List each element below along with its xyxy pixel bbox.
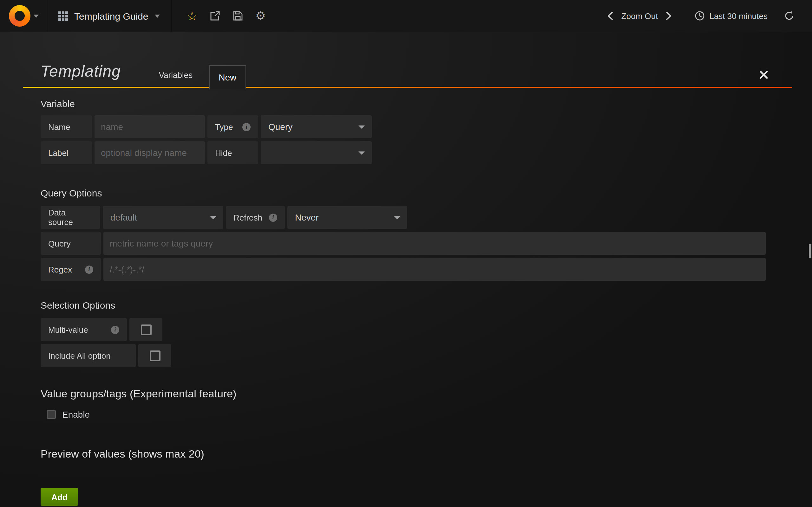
chevron-down-icon	[210, 216, 216, 219]
preview-heading: Preview of values (shows max 20)	[41, 448, 812, 461]
enable-tags-row: Enable	[41, 409, 812, 419]
save-icon	[233, 11, 243, 21]
value-groups-heading: Value groups/tags (Experimental feature)	[41, 388, 812, 400]
templating-editor-header: Templating Variables New	[23, 32, 792, 88]
multi-value-label: Multi-value i	[41, 318, 127, 341]
info-icon[interactable]: i	[242, 123, 251, 131]
page-title: Templating	[41, 62, 121, 80]
query-label: Query	[41, 232, 101, 255]
label-input[interactable]	[95, 141, 205, 164]
type-label-text: Type	[215, 122, 233, 131]
refresh-label: Refresh i	[226, 206, 285, 229]
top-navbar: Templating Guide ☆	[0, 0, 812, 32]
dashboard-grid-icon	[58, 11, 68, 20]
selection-options-heading: Selection Options	[41, 300, 812, 311]
share-dashboard-button[interactable]	[203, 0, 226, 32]
query-options-heading: Query Options	[41, 187, 812, 199]
variable-name-row: Name Type i Query	[41, 115, 812, 138]
chevron-down-icon	[358, 125, 365, 129]
regex-label: Regex i	[41, 258, 101, 281]
info-icon[interactable]: i	[111, 326, 119, 334]
type-select-value: Query	[268, 122, 293, 132]
refresh-dashboard-button[interactable]	[783, 11, 796, 21]
refresh-label-text: Refresh	[234, 213, 262, 222]
checkbox-unchecked-icon	[149, 350, 160, 361]
gear-icon: ⚙	[255, 10, 265, 21]
zoom-out-button[interactable]: Zoom Out	[621, 11, 658, 20]
dashboard-actions: ☆ ⚙	[171, 0, 275, 32]
time-shift-forward-button[interactable]	[658, 0, 679, 32]
grafana-menu-button[interactable]	[0, 0, 48, 32]
star-dashboard-button[interactable]: ☆	[181, 0, 203, 32]
grafana-logo-icon	[9, 5, 31, 26]
refresh-select[interactable]: Never	[287, 206, 407, 229]
grafana-app: Templating Guide ☆	[0, 0, 812, 507]
refresh-select-value: Never	[295, 212, 319, 222]
close-editor-button[interactable]	[759, 70, 768, 79]
type-label: Type i	[207, 115, 258, 138]
hide-select[interactable]	[261, 141, 372, 164]
checkbox-unchecked-icon	[141, 324, 151, 335]
include-all-row: Include All option	[41, 344, 812, 367]
scrollbar-thumb[interactable]	[809, 244, 811, 258]
include-all-label: Include All option	[41, 344, 136, 367]
data-source-select[interactable]: default	[103, 206, 223, 229]
enable-checkbox[interactable]	[47, 410, 56, 419]
chevron-right-icon	[665, 11, 672, 20]
hide-label: Hide	[207, 141, 258, 164]
name-input[interactable]	[95, 115, 205, 138]
time-range-picker[interactable]: Last 30 minutes	[695, 11, 768, 21]
chevron-left-icon	[607, 11, 614, 20]
multi-value-label-text: Multi-value	[48, 325, 88, 334]
regex-input[interactable]	[103, 258, 766, 281]
star-icon: ☆	[187, 10, 197, 22]
save-dashboard-button[interactable]	[226, 0, 249, 32]
editor-tabs: Variables New	[156, 65, 246, 88]
share-icon	[209, 10, 220, 21]
multi-value-checkbox[interactable]	[130, 318, 162, 341]
variable-label-row: Label Hide	[41, 141, 812, 164]
time-range-label: Last 30 minutes	[709, 11, 768, 20]
query-row: Query	[41, 232, 812, 255]
close-icon	[759, 70, 768, 79]
add-button[interactable]: Add	[41, 488, 78, 506]
enable-label: Enable	[62, 409, 90, 419]
info-icon[interactable]: i	[269, 213, 277, 222]
info-icon[interactable]: i	[85, 265, 93, 274]
dashboard-title: Templating Guide	[74, 10, 148, 21]
datasource-refresh-row: Data source default Refresh i Never	[41, 206, 812, 229]
label-label: Label	[41, 141, 92, 164]
dashboard-settings-button[interactable]: ⚙	[249, 0, 272, 32]
multi-value-row: Multi-value i	[41, 318, 812, 341]
tab-new[interactable]: New	[209, 65, 246, 89]
include-all-checkbox[interactable]	[138, 344, 171, 367]
time-controls: Zoom Out Last 30 minutes	[600, 0, 812, 32]
query-input[interactable]	[103, 232, 766, 255]
clock-icon	[695, 11, 705, 21]
variable-section-heading: Variable	[41, 98, 812, 109]
tab-variables[interactable]: Variables	[156, 70, 195, 88]
caret-down-icon	[34, 14, 39, 17]
data-source-select-value: default	[110, 212, 137, 222]
name-label: Name	[41, 115, 92, 138]
refresh-icon	[784, 11, 794, 21]
chevron-down-icon	[358, 152, 365, 155]
chevron-down-icon	[394, 216, 400, 219]
type-select[interactable]: Query	[261, 115, 372, 138]
variable-editor-form: Variable Name Type i Query Label Hide	[0, 98, 812, 506]
time-shift-back-button[interactable]	[600, 0, 621, 32]
regex-row: Regex i	[41, 258, 812, 281]
dashboard-picker[interactable]: Templating Guide	[48, 0, 171, 32]
caret-down-icon	[154, 14, 159, 17]
data-source-label: Data source	[41, 206, 100, 229]
regex-label-text: Regex	[48, 265, 72, 274]
